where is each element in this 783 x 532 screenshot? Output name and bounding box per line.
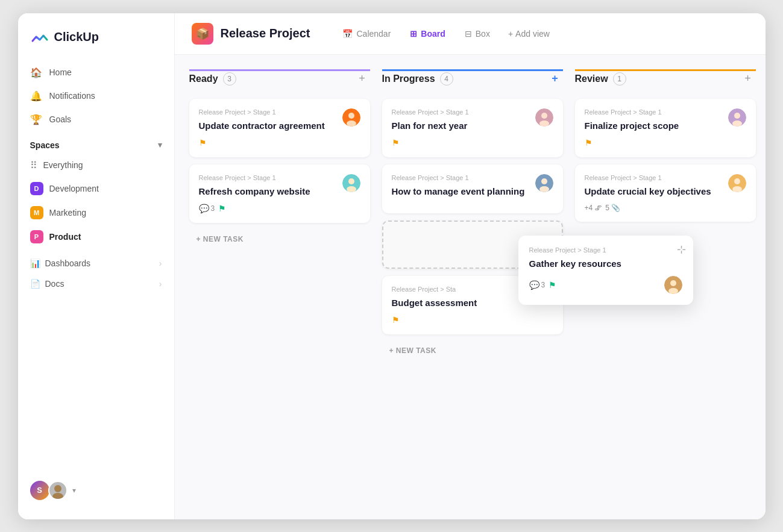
- svg-point-22: [668, 288, 678, 294]
- clickup-logo-icon: [30, 28, 49, 47]
- add-task-in-progress-button[interactable]: +: [547, 71, 563, 87]
- task-footer-t2: 💬 3 ⚑: [199, 204, 360, 213]
- task-meta-t2: Release Project > Stage 1: [199, 174, 342, 181]
- comment-count-t2: 3: [211, 204, 215, 213]
- paperclip-icon-extra: 🖇: [594, 204, 602, 212]
- sidebar-item-goals-label: Goals: [49, 114, 72, 124]
- sidebar-item-home-label: Home: [49, 67, 72, 77]
- floating-comment-count: 3: [541, 281, 546, 289]
- chevron-right-icon: ›: [159, 258, 162, 268]
- task-card-t2[interactable]: Release Project > Stage 1 Refresh compan…: [189, 164, 370, 223]
- everything-label: Everything: [43, 160, 83, 170]
- task-footer-t3: ⚑: [392, 138, 553, 148]
- task-title-t3: Plan for next year: [392, 119, 535, 132]
- project-title: Release Project: [221, 27, 310, 40]
- task-card-t8[interactable]: Release Project > Stage 1 Update crucial…: [575, 164, 756, 222]
- add-task-review-button[interactable]: +: [740, 71, 756, 87]
- task-meta-t1: Release Project > Stage 1: [199, 108, 342, 116]
- task-meta-t7: Release Project > Stage 1: [585, 108, 728, 116]
- drag-handle-icon[interactable]: ⊹: [677, 243, 686, 256]
- marketing-badge: M: [30, 206, 43, 219]
- column-title-ready: Ready: [189, 74, 218, 84]
- project-icon: 📦: [192, 23, 213, 45]
- sidebar-footer: S ▾: [18, 471, 174, 510]
- task-title-t2: Refresh company website: [199, 185, 342, 198]
- marketing-label: Marketing: [49, 208, 86, 217]
- sidebar-item-product[interactable]: P Product: [23, 225, 169, 248]
- comment-icon-t2: 💬: [199, 204, 209, 213]
- chevron-down-icon[interactable]: ▾: [158, 140, 162, 149]
- dashboards-icon: 📊: [30, 258, 40, 268]
- svg-point-6: [348, 178, 354, 184]
- add-task-ready-button[interactable]: +: [354, 71, 370, 87]
- task-footer-t1: ⚑: [199, 138, 360, 148]
- task-title-t7: Finalize project scope: [585, 119, 728, 132]
- task-title-t1: Update contractor agreement: [199, 119, 342, 132]
- main-content: 📦 Release Project 📅 Calendar ⊞ Board ⊟ B…: [175, 13, 766, 519]
- task-avatar-t3: [535, 108, 553, 127]
- topbar: 📦 Release Project 📅 Calendar ⊞ Board ⊟ B…: [175, 13, 766, 55]
- task-footer-t6: ⚑: [392, 315, 553, 325]
- sidebar-item-everything[interactable]: ⠿ Everything: [23, 155, 169, 176]
- board-area: Ready 3 + Release Project > Stage 1 Upda…: [175, 55, 766, 519]
- sidebar-item-docs[interactable]: 📄 Docs ›: [23, 274, 169, 294]
- sidebar-item-home[interactable]: 🏠 Home: [23, 61, 169, 84]
- project-title-area: 📦 Release Project: [192, 23, 310, 45]
- sidebar-item-development[interactable]: D Development: [23, 177, 169, 200]
- svg-point-16: [732, 120, 742, 127]
- task-avatar-t8: [728, 174, 746, 192]
- paperclip-icon: 📎: [611, 204, 620, 212]
- tab-box[interactable]: ⊟ Box: [456, 25, 498, 42]
- task-card-t4[interactable]: Release Project > Stage 1 How to manage …: [382, 164, 563, 213]
- svg-point-10: [539, 120, 549, 127]
- sidebar-item-notifications[interactable]: 🔔 Notifications: [23, 85, 169, 107]
- column-header-ready: Ready 3 +: [189, 69, 370, 92]
- column-count-review: 1: [613, 72, 626, 86]
- task-avatar-t4: [535, 174, 553, 192]
- sidebar-nav: 🏠 Home 🔔 Notifications 🏆 Goals: [18, 61, 174, 131]
- task-meta-t8: Release Project > Stage 1: [585, 174, 728, 181]
- flag-orange-t1: ⚑: [199, 138, 207, 148]
- bell-icon: 🔔: [30, 90, 42, 102]
- floating-card-badges: 💬 3 ⚑: [529, 280, 557, 290]
- add-view-button[interactable]: + Add view: [501, 25, 557, 42]
- user-avatar-s[interactable]: S: [30, 481, 49, 500]
- sidebar-item-dashboards[interactable]: 📊 Dashboards ›: [23, 253, 169, 274]
- column-header-in-progress: In Progress 4 +: [382, 69, 563, 92]
- spaces-section-header: Spaces ▾: [18, 131, 174, 155]
- home-icon: 🏠: [30, 67, 42, 78]
- flag-t7: ⚑: [585, 138, 593, 148]
- view-tabs: 📅 Calendar ⊞ Board ⊟ Box + Add view: [334, 25, 556, 42]
- user-dropdown-icon[interactable]: ▾: [72, 486, 76, 495]
- new-task-ready[interactable]: + NEW TASK: [189, 230, 370, 248]
- floating-card-title: Gather key resources: [529, 257, 682, 270]
- board-icon: ⊞: [410, 29, 417, 39]
- column-title-review: Review: [575, 74, 608, 84]
- task-meta-t3: Release Project > Stage 1: [392, 108, 535, 116]
- new-task-in-progress[interactable]: + NEW TASK: [382, 342, 563, 360]
- trophy-icon: 🏆: [30, 114, 42, 125]
- task-avatar-t2: [342, 174, 360, 192]
- docs-label: Docs: [45, 279, 64, 289]
- task-card-t1[interactable]: Release Project > Stage 1 Update contrac…: [189, 99, 370, 157]
- product-label: Product: [49, 232, 81, 242]
- floating-card[interactable]: ⊹ Release Project > Stage 1 Gather key r…: [518, 236, 693, 305]
- task-card-t7[interactable]: Release Project > Stage 1 Finalize proje…: [575, 99, 756, 157]
- floating-card-meta: Release Project > Stage 1: [529, 246, 682, 254]
- box-icon: ⊟: [465, 29, 472, 39]
- sidebar-item-goals[interactable]: 🏆 Goals: [23, 108, 169, 131]
- column-title-area-ready: Ready 3: [189, 72, 236, 86]
- task-card-t3[interactable]: Release Project > Stage 1 Plan for next …: [382, 99, 563, 157]
- calendar-icon: 📅: [342, 29, 353, 39]
- tab-calendar[interactable]: 📅 Calendar: [334, 25, 399, 42]
- task-badges-t2: 💬 3 ⚑: [199, 204, 227, 213]
- sidebar-item-marketing[interactable]: M Marketing: [23, 201, 169, 224]
- docs-icon: 📄: [30, 279, 40, 289]
- floating-card-avatar: [664, 276, 682, 294]
- task-title-t4: How to manage event planning: [392, 185, 535, 198]
- svg-point-12: [541, 178, 547, 184]
- svg-point-4: [347, 120, 356, 127]
- column-title-in-progress: In Progress: [382, 74, 435, 84]
- floating-flag-icon: ⚑: [549, 280, 556, 290]
- tab-board[interactable]: ⊞ Board: [401, 25, 453, 42]
